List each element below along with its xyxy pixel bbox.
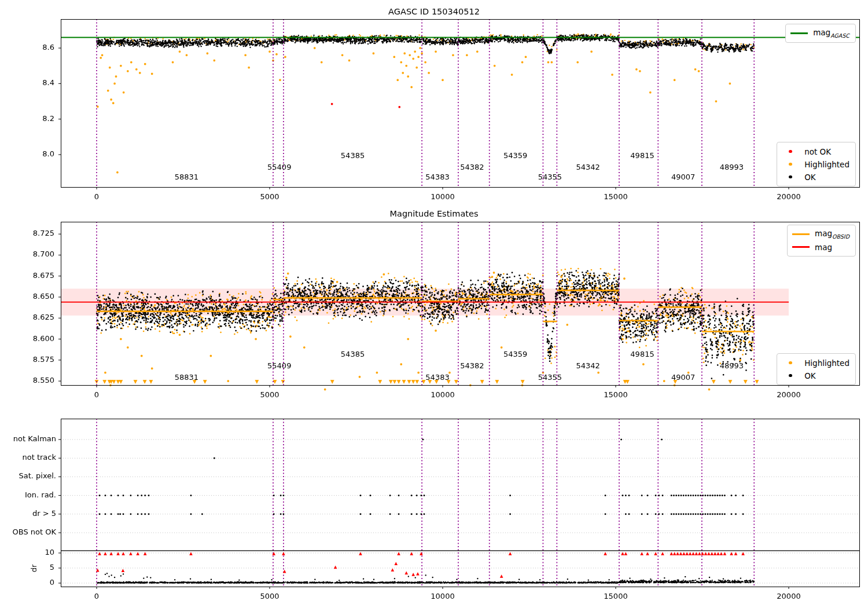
bottom-xtick-0: 0 bbox=[94, 592, 99, 600]
obsid-label-58831-top: 58831 bbox=[175, 173, 198, 181]
top-xtick-10000: 10000 bbox=[431, 192, 454, 201]
bottom-xtick-20000: 20000 bbox=[777, 592, 800, 600]
row-label-not-kalman: not Kalman bbox=[0, 434, 56, 443]
dr-tick-5: 5 bbox=[0, 563, 54, 572]
legend-mag-agasc: magAGASC bbox=[785, 24, 856, 43]
legend-top-points: not OKHighlightedOK bbox=[777, 142, 856, 186]
legend-dot-swatch bbox=[782, 175, 799, 179]
legend-dot-swatch bbox=[782, 361, 799, 365]
top-xtick-0: 0 bbox=[94, 192, 99, 201]
bottom-xtick-15000: 15000 bbox=[604, 592, 627, 600]
legend-line-swatch bbox=[792, 246, 810, 248]
bottom-xtick-5000: 5000 bbox=[260, 592, 279, 600]
figure: AGASC ID 150340512 Magnitude Estimates 0… bbox=[0, 0, 868, 608]
legend-entry-magobsid: magOBSID bbox=[792, 228, 849, 240]
middle-ytick-8.575: 8.575 bbox=[0, 355, 54, 364]
row-label-not-track: not track bbox=[0, 453, 56, 462]
obsid-label-54355-top: 54355 bbox=[538, 173, 562, 181]
legend-entry-mag: mag bbox=[792, 241, 849, 253]
obsid-label-54382-middle: 54382 bbox=[460, 361, 484, 370]
legend-entry-highlighted: Highlighted bbox=[782, 357, 849, 369]
row-label-dr-5: dr > 5 bbox=[0, 509, 56, 518]
plot-canvas bbox=[0, 0, 868, 608]
dr-tick-10: 10 bbox=[0, 548, 54, 556]
row-label-obs-not-ok: OBS not OK bbox=[0, 528, 56, 536]
top-xtick-20000: 20000 bbox=[777, 192, 800, 201]
legend-dot-swatch bbox=[782, 163, 799, 166]
legend-label: Highlighted bbox=[804, 160, 849, 169]
middle-xtick-5000: 5000 bbox=[260, 390, 279, 399]
row-label-ion-rad-: Ion. rad. bbox=[0, 490, 56, 499]
obsid-label-48993-middle: 48993 bbox=[720, 361, 744, 370]
legend-label: Highlighted bbox=[804, 358, 849, 368]
middle-ytick-8.700: 8.700 bbox=[0, 250, 54, 258]
legend-label: not OK bbox=[804, 147, 831, 156]
obsid-label-55409-middle: 55409 bbox=[267, 361, 291, 370]
obsid-label-54342-top: 54342 bbox=[576, 163, 599, 171]
middle-xtick-20000: 20000 bbox=[777, 390, 800, 399]
legend-mag-obsid: magOBSIDmag bbox=[787, 225, 856, 257]
top-ytick-8.4: 8.4 bbox=[0, 78, 54, 87]
legend-dot-swatch bbox=[782, 374, 799, 378]
obsid-label-54385-top: 54385 bbox=[341, 151, 365, 160]
obsid-label-54355-middle: 54355 bbox=[538, 373, 562, 382]
obsid-label-58831-middle: 58831 bbox=[175, 373, 198, 382]
obsid-label-54383-top: 54383 bbox=[425, 173, 449, 181]
middle-ytick-8.650: 8.650 bbox=[0, 292, 54, 301]
bottom-xtick-10000: 10000 bbox=[431, 592, 454, 600]
dr-axis-label: dr bbox=[30, 565, 38, 573]
top-xtick-5000: 5000 bbox=[260, 192, 279, 201]
legend-entry-magagasc: magAGASC bbox=[790, 27, 849, 39]
middle-xtick-0: 0 bbox=[94, 390, 99, 399]
legend-label: mag bbox=[815, 243, 832, 252]
top-xtick-15000: 15000 bbox=[604, 192, 627, 201]
top-ytick-8.6: 8.6 bbox=[0, 43, 54, 52]
middle-ytick-8.725: 8.725 bbox=[0, 229, 54, 237]
middle-xtick-10000: 10000 bbox=[431, 390, 454, 399]
obsid-label-54342-middle: 54342 bbox=[576, 361, 599, 370]
obsid-label-49007-top: 49007 bbox=[671, 173, 695, 181]
dr-tick-0: 0 bbox=[0, 578, 54, 587]
legend-label: OK bbox=[804, 371, 815, 380]
legend-line-swatch bbox=[792, 233, 810, 235]
obsid-label-48993-top: 48993 bbox=[720, 163, 744, 171]
middle-ytick-8.675: 8.675 bbox=[0, 271, 54, 280]
legend-line-swatch bbox=[790, 32, 808, 34]
top-ytick-8.2: 8.2 bbox=[0, 114, 54, 123]
row-label-sat-pixel-: Sat. pixel. bbox=[0, 471, 56, 480]
legend-dot-swatch bbox=[782, 150, 799, 153]
legend-entry-ok: OK bbox=[782, 171, 849, 183]
middle-ytick-8.625: 8.625 bbox=[0, 313, 54, 321]
obsid-label-49815-middle: 49815 bbox=[630, 350, 654, 358]
legend-entry-not-ok: not OK bbox=[782, 145, 849, 158]
top-panel-title: AGASC ID 150340512 bbox=[0, 7, 868, 16]
middle-xtick-15000: 15000 bbox=[604, 390, 627, 399]
legend-entry-ok: OK bbox=[782, 369, 849, 382]
obsid-label-54359-middle: 54359 bbox=[503, 350, 527, 358]
obsid-label-54359-top: 54359 bbox=[503, 151, 527, 160]
obsid-label-55409-top: 55409 bbox=[267, 163, 291, 171]
middle-panel-title: Magnitude Estimates bbox=[0, 209, 868, 218]
legend-label: OK bbox=[804, 173, 815, 182]
obsid-label-54383-middle: 54383 bbox=[425, 373, 449, 382]
legend-entry-highlighted: Highlighted bbox=[782, 158, 849, 170]
legend-middle-points: HighlightedOK bbox=[777, 353, 856, 385]
middle-ytick-8.550: 8.550 bbox=[0, 376, 54, 384]
obsid-label-49007-middle: 49007 bbox=[671, 373, 695, 382]
legend-label: magAGASC bbox=[813, 28, 849, 39]
legend-label: magOBSID bbox=[815, 229, 849, 240]
middle-ytick-8.600: 8.600 bbox=[0, 334, 54, 343]
obsid-label-54382-top: 54382 bbox=[460, 163, 484, 171]
obsid-label-49815-top: 49815 bbox=[630, 151, 654, 160]
top-ytick-8.0: 8.0 bbox=[0, 149, 54, 158]
obsid-label-54385-middle: 54385 bbox=[341, 350, 365, 358]
